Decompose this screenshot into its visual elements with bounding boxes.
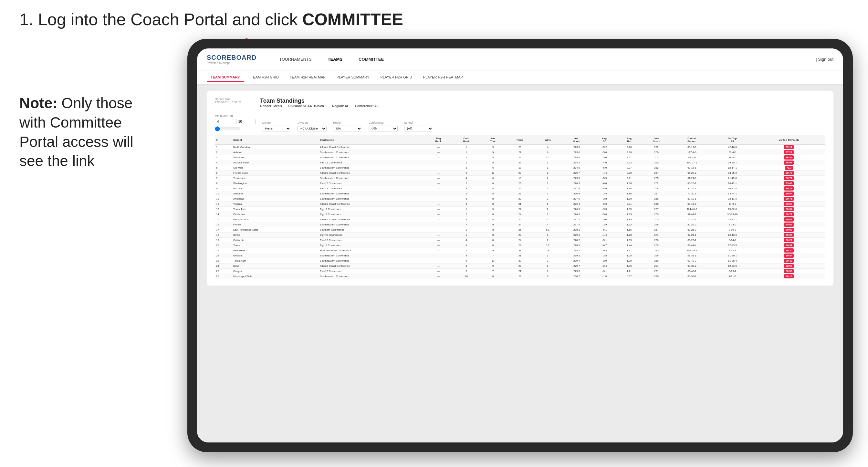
- table-cell: 276.3: [561, 181, 592, 186]
- max-rounds-input[interactable]: [236, 119, 255, 124]
- table-cell: —: [425, 274, 452, 279]
- table-cell: —: [425, 217, 452, 222]
- conference-select[interactable]: (All): [369, 126, 398, 131]
- table-cell: 9-24-0: [712, 222, 753, 227]
- table-row: 13Texas TechBig 12 Conference—19272276.9…: [215, 207, 825, 212]
- table-cell: 104-40-3: [672, 207, 712, 212]
- table-cell: —: [425, 222, 452, 227]
- subnav-player-h2h-grid[interactable]: PLAYER H2H GRID: [377, 73, 416, 82]
- table-cell: 9-12-1: [712, 248, 753, 253]
- table-cell: 16-21-0: [712, 186, 753, 191]
- subnav-team-h2h-grid[interactable]: TEAM H2H GRID: [247, 73, 283, 82]
- min-rounds-input[interactable]: [215, 119, 234, 124]
- standings-container: Update time: 27/03/2024 16:56:26 Team St…: [207, 91, 833, 285]
- school-select[interactable]: (All): [404, 126, 433, 131]
- subnav-team-h2h-heatmap[interactable]: TEAM H2H HEATMAP: [286, 73, 330, 82]
- table-cell: -3.1: [592, 269, 617, 274]
- table-cell: 30-4-0: [712, 150, 753, 155]
- table-cell: 276.4: [561, 201, 592, 207]
- rounds-slider[interactable]: [215, 126, 241, 131]
- col-reg-rank: RegRank: [425, 135, 452, 145]
- table-cell: 24: [215, 263, 232, 269]
- top50-points-cell: 86.54: [753, 155, 825, 160]
- table-cell: -3.5: [592, 191, 617, 196]
- table-cell: Southeastern Conference: [318, 196, 425, 201]
- table-cell: 3: [215, 155, 232, 160]
- col-avg-sg: Avg.SG: [592, 135, 617, 145]
- top50-points-cell: 89.11: [753, 145, 825, 150]
- sign-out-button[interactable]: | Sign out: [809, 57, 833, 62]
- table-row: 11ArkansasSoutheastern Conference—682332…: [215, 196, 825, 201]
- table-cell: 17: [215, 227, 232, 232]
- table-cell: 30-15-10: [712, 212, 753, 217]
- table-cell: 23: [506, 232, 534, 238]
- table-cell: 2.11: [617, 176, 641, 181]
- table-cell: Duke: [232, 263, 318, 269]
- table-cell: 6.2: [534, 155, 561, 160]
- table-cell: 279.7: [561, 263, 592, 269]
- table-cell: 1.44: [617, 243, 641, 248]
- table-cell: 59-39-1: [672, 253, 712, 258]
- table-cell: 72-30-1: [672, 191, 712, 196]
- table-cell: 203: [641, 155, 672, 160]
- table-cell: 97-41-1: [672, 212, 712, 217]
- table-cell: 274.8: [561, 165, 592, 170]
- table-cell: 18: [215, 232, 232, 238]
- subnav-team-summary[interactable]: TEAM SUMMARY: [207, 73, 244, 82]
- tablet-frame: SCOREBOARD Powered by clippd TOURNAMENTS…: [187, 39, 853, 452]
- gender-select[interactable]: Men's: [262, 126, 291, 131]
- table-cell: 1.39: [617, 263, 641, 269]
- conference-control: Conference (All): [369, 121, 398, 131]
- table-cell: 17-33-3: [712, 243, 753, 248]
- table-cell: 24: [506, 212, 534, 217]
- region-select[interactable]: N/A: [333, 126, 362, 131]
- table-cell: 8: [452, 253, 480, 258]
- table-row: 4Arizona StatePac-12 Conference—18261274…: [215, 160, 825, 165]
- table-cell: 8: [480, 227, 506, 232]
- table-cell: 265: [641, 176, 672, 181]
- table-cell: 270: [641, 274, 672, 279]
- table-cell: 1.28: [617, 232, 641, 238]
- table-cell: 5: [215, 165, 232, 170]
- table-cell: 23: [506, 274, 534, 279]
- table-cell: 9-19-1: [712, 269, 753, 274]
- table-cell: 1.85: [617, 217, 641, 222]
- table-cell: Tennessee: [232, 176, 318, 181]
- table-cell: -5.0: [592, 165, 617, 170]
- top50-points-cell: 80.42: [753, 258, 825, 263]
- top50-points-cell: 80.71: [753, 176, 825, 181]
- table-cell: Arkansas: [232, 196, 318, 201]
- table-cell: 1.85: [617, 212, 641, 217]
- division-select[interactable]: NCAA Division I: [298, 126, 327, 131]
- subnav-player-h2h-heatmap[interactable]: PLAYER H2H HEATMAP: [419, 73, 467, 82]
- table-cell: 8: [480, 196, 506, 201]
- table-cell: 279.1: [561, 232, 592, 238]
- table-cell: 277.5: [561, 217, 592, 222]
- table-cell: 3: [452, 243, 480, 248]
- table-row: 17East Tennessee StateSouthern Conferenc…: [215, 227, 825, 232]
- table-row: 14OklahomaBig 12 Conference—28242276.9-5…: [215, 212, 825, 217]
- table-cell: 20: [215, 243, 232, 248]
- table-cell: Big Ten Conference: [318, 232, 425, 238]
- subnav-player-summary[interactable]: PLAYER SUMMARY: [333, 73, 373, 82]
- nav-committee[interactable]: COMMITTEE: [352, 54, 390, 64]
- table-cell: 18: [506, 176, 534, 181]
- table-cell: 79-25-1: [712, 160, 753, 165]
- table-cell: -1.8: [592, 274, 617, 279]
- table-cell: Pac-12 Conference: [318, 269, 425, 274]
- table-cell: 0.8: [534, 248, 561, 253]
- table-cell: Atlantic Coast Conference: [318, 201, 425, 207]
- table-cell: 27: [506, 207, 534, 212]
- table-cell: 1: [534, 165, 561, 170]
- nav-teams[interactable]: TEAMS: [321, 54, 349, 64]
- table-cell: 5: [452, 191, 480, 196]
- col-adj-score: Adj.Score: [561, 135, 592, 145]
- filters-row: Gender: Men's Division: NCAA Division I …: [260, 104, 378, 108]
- table-cell: 1: [452, 227, 480, 232]
- top50-points-cell: 80.71: [753, 212, 825, 217]
- table-cell: 3: [534, 196, 561, 201]
- table-cell: 1.98: [617, 181, 641, 186]
- table-cell: 1.41: [617, 248, 641, 253]
- nav-tournaments[interactable]: TOURNAMENTS: [273, 54, 318, 64]
- table-cell: 6: [480, 176, 506, 181]
